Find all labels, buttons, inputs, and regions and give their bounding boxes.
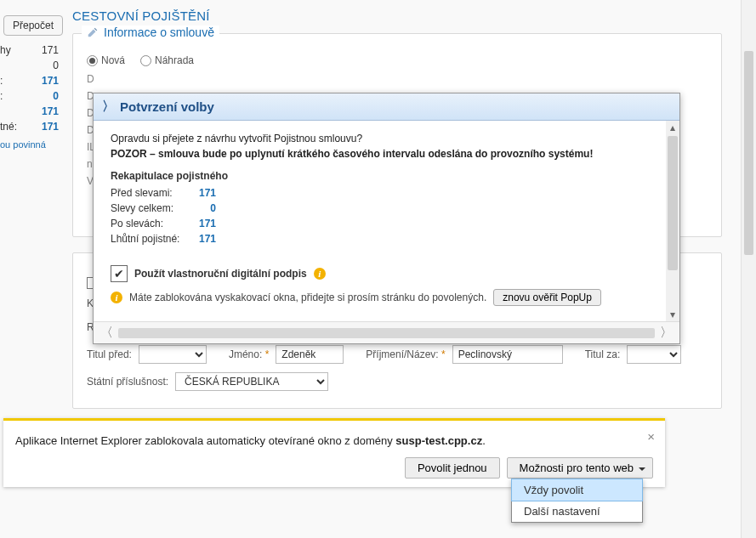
radio-dot-icon [140, 55, 151, 66]
modal-header: 〉 Potvrzení volby [94, 93, 679, 121]
section-title-text: Informace o smlouvě [104, 25, 214, 39]
recap-row: Slevy celkem:0 [111, 201, 662, 216]
ie-options-menu: Vždy povolit Další nastavení [511, 479, 643, 523]
signature-label: Použít vlastnoruční digitální podpis [134, 268, 307, 280]
form-row-names: Titul před: Jméno: * Příjmení/Název: * T… [87, 345, 708, 364]
info-icon[interactable]: i [314, 268, 326, 280]
title-after-label: Titul za: [585, 348, 621, 360]
title-before-label: Titul před: [87, 348, 132, 360]
modal-warning: POZOR – smlouva bude po uplynutí krátkéh… [111, 148, 662, 160]
ie-message-domain: susp-test.cpp.cz [395, 434, 482, 447]
sidebar-label: hy [0, 44, 11, 56]
nationality-select[interactable]: ČESKÁ REPUBLIKA [175, 372, 328, 391]
modal-vscrollbar[interactable]: ▴ ▾ [666, 121, 679, 321]
recap-value: 171 [190, 218, 216, 229]
ie-message: Aplikace Internet Explorer zablokovala a… [15, 434, 653, 447]
recap-label: Slevy celkem: [111, 202, 182, 214]
recap-row: Před slevami:171 [111, 185, 662, 201]
scroll-down-icon[interactable]: ▾ [668, 308, 678, 321]
radio-dot-icon [87, 55, 98, 66]
radio-label: Nová [101, 54, 125, 66]
modal-hscroll-track[interactable] [118, 328, 655, 338]
recap-value: 0 [190, 202, 216, 214]
ie-message-text: . [482, 434, 486, 447]
sidebar-value: 171 [42, 44, 59, 56]
sidebar-value: 0 [53, 59, 59, 71]
options-button-label: Možnosti pro tento web [520, 462, 634, 474]
ie-message-text: Aplikace Internet Explorer zablokovala a… [15, 434, 395, 447]
page-scrollbar-thumb[interactable] [744, 51, 753, 255]
sidebar-sep: : [0, 90, 3, 102]
menu-always-allow[interactable]: Vždy povolit [511, 479, 643, 501]
menu-more-settings[interactable]: Další nastavení [512, 501, 642, 522]
form-row-nationality: Státní příslušnost: ČESKÁ REPUBLIKA [87, 372, 708, 391]
radio-replacement[interactable]: Náhrada [140, 54, 194, 66]
scroll-up-icon[interactable]: ▴ [668, 121, 678, 134]
sidebar-sep: : [0, 75, 3, 87]
signature-row: ✔ Použít vlastnoruční digitální podpis i [111, 265, 662, 282]
faded-row: D [87, 73, 708, 85]
close-icon[interactable]: × [647, 429, 655, 444]
sidebar-link[interactable]: ou povinná [0, 134, 64, 150]
recap-label: Před slevami: [111, 187, 182, 199]
sidebar-value: 0 [53, 90, 59, 102]
info-icon: i [111, 292, 122, 303]
reverify-popup-button[interactable]: znovu ověřit PopUp [493, 289, 601, 306]
first-name-input[interactable] [276, 345, 344, 364]
first-name-label: Jméno: * [229, 348, 269, 360]
sidebar-summary: Přepočet hy171 0 :171 :0 171 tné:171 ou … [0, 15, 64, 150]
confirmation-modal: 〉 Potvrzení volby ▴ ▾ Opravdu si přejete… [93, 93, 680, 344]
sidebar-label: tné: [0, 121, 17, 133]
signature-checkbox[interactable]: ✔ [111, 265, 128, 282]
recap-value: 171 [190, 187, 216, 199]
radio-new[interactable]: Nová [87, 54, 125, 66]
sidebar-value: 171 [42, 121, 59, 133]
edit-icon [87, 26, 99, 38]
allow-once-button[interactable]: Povolit jednou [405, 457, 500, 479]
sidebar-lines: hy171 0 :171 :0 171 tné:171 [0, 42, 64, 134]
contract-type-radios: Nová Náhrada [87, 54, 708, 66]
radio-label: Náhrada [155, 54, 194, 66]
popup-info-text: Máte zablokována vyskakovací okna, přide… [129, 292, 486, 303]
nationality-label: Státní příslušnost: [87, 376, 168, 388]
title-before-select[interactable] [139, 345, 207, 364]
options-button[interactable]: Možnosti pro tento web [507, 457, 653, 479]
recap-value: 171 [190, 233, 216, 245]
sidebar-value: 171 [42, 105, 59, 117]
recap-row: Po slevách:171 [111, 216, 662, 231]
modal-title: Potvrzení volby [120, 99, 214, 114]
scroll-right-icon[interactable]: 〉 [660, 325, 673, 341]
modal-question: Opravdu si přejete z návrhu vytvořit Poj… [111, 133, 662, 144]
section-title: Informace o smlouvě [82, 25, 219, 39]
modal-hscrollbar[interactable]: 〈 〉 [94, 321, 679, 343]
scroll-left-icon[interactable]: 〈 [100, 325, 113, 341]
page-title: CESTOVNÍ POJIŠTĚNÍ [72, 8, 722, 23]
sidebar-value: 171 [42, 75, 59, 87]
ie-popup-blocked-bar: × Aplikace Internet Explorer zablokovala… [3, 418, 665, 487]
recap-label: Po slevách: [111, 218, 182, 229]
recap-label: Lhůtní pojistné: [111, 233, 182, 245]
popup-info-row: i Máte zablokována vyskakovací okna, při… [111, 289, 662, 306]
title-after-select[interactable] [627, 345, 681, 364]
recap-grid: Před slevami:171 Slevy celkem:0 Po slevá… [111, 185, 662, 246]
modal-vscroll-thumb[interactable] [668, 136, 678, 270]
surname-input[interactable] [452, 345, 563, 364]
recap-title: Rekapitulace pojistného [111, 170, 662, 182]
surname-label: Příjmení/Název: * [366, 348, 445, 360]
recap-row: Lhůtní pojistné:171 [111, 231, 662, 246]
chevron-right-icon: 〉 [102, 99, 115, 115]
chevron-down-icon [639, 467, 645, 471]
ie-button-row: Povolit jednou Možnosti pro tento web [15, 457, 653, 479]
recalculate-button[interactable]: Přepočet [3, 15, 63, 36]
page-scrollbar[interactable] [741, 0, 756, 538]
modal-body: ▴ ▾ Opravdu si přejete z návrhu vytvořit… [94, 121, 679, 321]
